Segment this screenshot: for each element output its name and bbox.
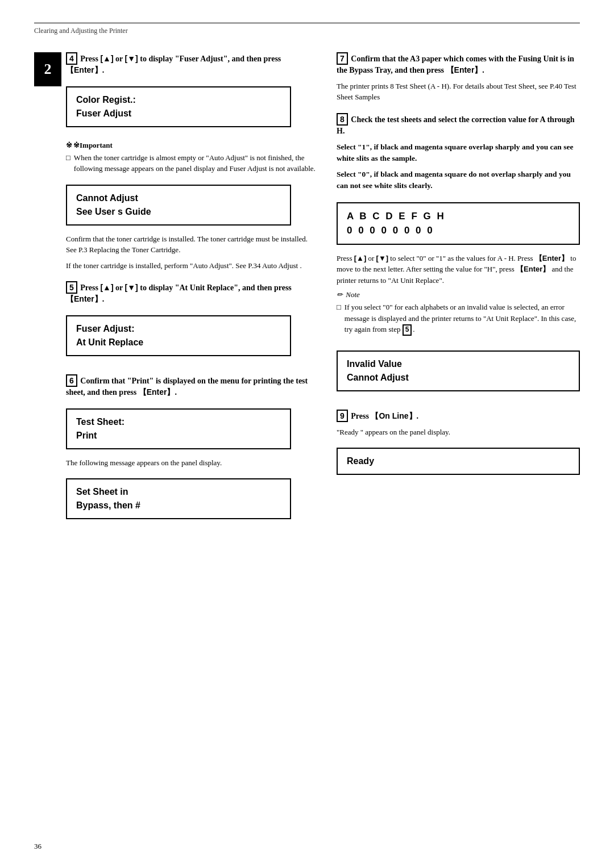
- step7-body: The printer prints 8 Test Sheet (A - H).…: [337, 81, 580, 103]
- lcd-ss-line2: Bypass, then #: [76, 499, 281, 512]
- breadcrumb: Clearing and Adjusting the Printer: [34, 27, 580, 35]
- lcd-abcdefgh: A B C D E F G H 0 0 0 0 0 0 0 0: [337, 202, 580, 245]
- important-text: When the toner cartridge is almost empty…: [74, 152, 316, 174]
- lcd-line1: Color Regist.:: [76, 93, 281, 107]
- note-item: □ If you select "0" for each alphabets o…: [337, 302, 580, 340]
- step8-title: 8 Check the test sheets and select the c…: [337, 113, 580, 137]
- step-6: 6 Confirm that "Print" is displayed on t…: [66, 374, 316, 527]
- lcd-fa-line2: At Unit Replace: [76, 336, 281, 349]
- lcd-color-regist: Color Regist.: Fuser Adjust: [66, 86, 291, 127]
- step-7: 7 Confirm that the A3 paper which comes …: [337, 52, 580, 103]
- important-label: ※※Important: [66, 141, 316, 150]
- step7-title: 7 Confirm that the A3 paper which comes …: [337, 52, 580, 76]
- step9-title: 9 Press 【On Line】.: [337, 410, 580, 422]
- step5-title: 5 Press [▲] or [▼] to display "At Unit R…: [66, 281, 316, 305]
- note-label: ✏ Note: [337, 290, 580, 299]
- step6-number: 6: [66, 374, 77, 387]
- step6-body: The following message appears on the pan…: [66, 457, 316, 469]
- important-item: □ When the toner cartridge is almost emp…: [66, 152, 316, 174]
- step-4: 4 Press [▲] or [▼] to display "Fuser Adj…: [66, 52, 316, 271]
- lcd-abc-line2: 0 0 0 0 0 0 0 0: [347, 223, 570, 238]
- lcd-iv-line1: Invalid Value: [347, 357, 570, 371]
- step8-number: 8: [337, 113, 348, 126]
- step4-title: 4 Press [▲] or [▼] to display "Fuser Adj…: [66, 52, 316, 76]
- lcd-iv-line2: Cannot Adjust: [347, 371, 570, 385]
- lcd-line2: Fuser Adjust: [76, 107, 281, 120]
- step9-body: "Ready " appears on the panel display.: [337, 427, 580, 438]
- step9-number: 9: [337, 410, 348, 422]
- lcd-fa-line1: Fuser Adjust:: [76, 322, 281, 336]
- header-rule: [34, 23, 580, 23]
- lcd-fuser-adjust: Fuser Adjust: At Unit Replace: [66, 315, 291, 356]
- lcd-ts-line2: Print: [76, 429, 281, 443]
- lcd-test-sheet: Test Sheet: Print: [66, 408, 291, 449]
- lcd-set-sheet: Set Sheet in Bypass, then #: [66, 478, 291, 519]
- step6-title: 6 Confirm that "Print" is displayed on t…: [66, 374, 316, 398]
- step-9: 9 Press 【On Line】. "Ready " appears on t…: [337, 410, 580, 483]
- lcd-cannot-adjust: Cannot Adjust See User s Guide: [66, 185, 291, 226]
- step8-select0: Select "0", if black and magenta square …: [337, 169, 580, 192]
- step7-number: 7: [337, 52, 348, 65]
- step8-select1: Select "1", if black and magenta square …: [337, 141, 580, 165]
- lcd-ss-line1: Set Sheet in: [76, 485, 281, 499]
- lcd-ready: Ready: [337, 448, 580, 475]
- step-8: 8 Check the test sheets and select the c…: [337, 113, 580, 399]
- step-5: 5 Press [▲] or [▼] to display "At Unit R…: [66, 281, 316, 364]
- chapter-marker: 2: [34, 52, 61, 86]
- page-number: 36: [34, 842, 42, 851]
- lcd-ca-line1: Cannot Adjust: [76, 191, 281, 205]
- lcd-ca-line2: See User s Guide: [76, 205, 281, 219]
- lcd-invalid-value: Invalid Value Cannot Adjust: [337, 350, 580, 391]
- step5-number: 5: [66, 281, 77, 294]
- step8-body: Press [▲] or [▼] to select "0" or "1" as…: [337, 253, 580, 286]
- step4-number: 4: [66, 52, 77, 65]
- step4-confirm2: If the toner cartridge is installed, per…: [66, 260, 316, 272]
- lcd-ts-line1: Test Sheet:: [76, 415, 281, 429]
- note-text: If you select "0" for each alphabets or …: [345, 302, 580, 336]
- step4-confirm1: Confirm that the toner cartridge is inst…: [66, 233, 316, 256]
- lcd-ready-line1: Ready: [347, 454, 570, 468]
- lcd-abc-line1: A B C D E F G H: [347, 209, 570, 224]
